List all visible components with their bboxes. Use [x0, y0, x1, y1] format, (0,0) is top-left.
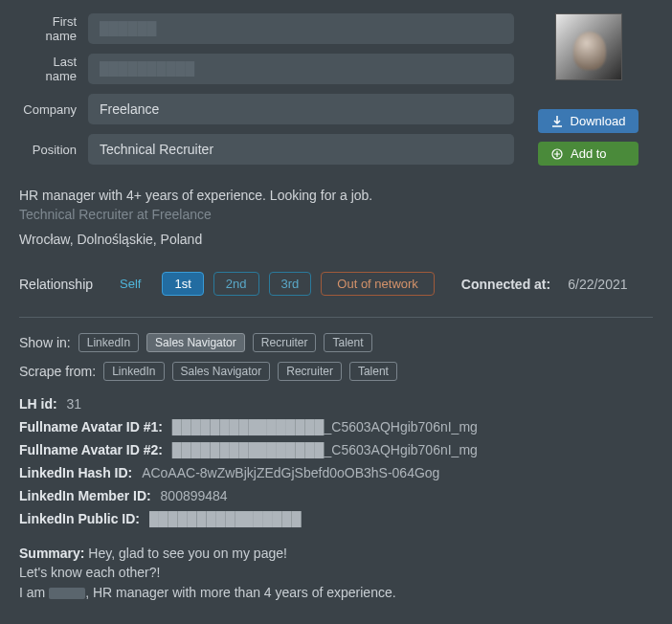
- connected-at-label: Connected at:: [461, 277, 550, 292]
- add-to-button[interactable]: Add to: [538, 142, 638, 166]
- relationship-label: Relationship: [19, 277, 93, 292]
- summary-redacted: [49, 588, 85, 599]
- avatar-id-1-row: Fullname Avatar ID #1: ████████████████_…: [19, 419, 653, 435]
- show-in-sales-navigator[interactable]: Sales Navigator: [146, 333, 245, 352]
- plus-circle-icon: [551, 148, 563, 160]
- avatar-id-1-label: Fullname Avatar ID #1:: [19, 419, 163, 435]
- summary-line-3b: , HR manager with more than 4 years of e…: [85, 585, 396, 600]
- scrape-from-recruiter[interactable]: Recruiter: [278, 362, 342, 381]
- add-to-label: Add to: [571, 146, 607, 161]
- summary-line-2: Let's know each other?!: [19, 565, 160, 580]
- public-id-label: LinkedIn Public ID:: [19, 511, 140, 526]
- show-in-label: Show in:: [19, 335, 71, 350]
- summary-block: Summary: Hey, glad to see you on my page…: [19, 544, 653, 602]
- scrape-from-row: Scrape from: LinkedIn Sales Navigator Re…: [19, 362, 653, 381]
- summary-line-3a: I am: [19, 585, 49, 600]
- summary-line-1: Hey, glad to see you on my page!: [88, 546, 287, 561]
- chip-out-of-network[interactable]: Out of network: [321, 272, 435, 296]
- relationship-row: Relationship Self 1st 2nd 3rd Out of net…: [19, 272, 653, 296]
- position-row: Position: [19, 134, 514, 165]
- last-name-input[interactable]: [88, 54, 514, 84]
- show-in-recruiter[interactable]: Recruiter: [253, 333, 317, 352]
- public-id-row: LinkedIn Public ID: ████████████████: [19, 511, 653, 526]
- show-in-talent[interactable]: Talent: [324, 333, 371, 352]
- download-icon: [551, 116, 563, 127]
- lh-id-label: LH id:: [19, 396, 57, 412]
- avatar-id-2-value: ████████████████_C5603AQHgib706nI_mg: [172, 442, 478, 457]
- profile-form: First name Last name Company Position: [19, 13, 514, 174]
- avatar-id-1-value: ████████████████_C5603AQHgib706nI_mg: [172, 419, 478, 435]
- first-name-input[interactable]: [88, 13, 514, 44]
- scrape-from-talent[interactable]: Talent: [349, 362, 397, 381]
- right-column: Download Add to: [524, 13, 653, 174]
- avatar[interactable]: [555, 13, 622, 80]
- first-name-row: First name: [19, 13, 514, 44]
- location: Wrocław, Dolnośląskie, Poland: [19, 232, 653, 247]
- divider: [19, 317, 653, 318]
- member-id-value: 800899484: [161, 488, 228, 503]
- show-in-linkedin[interactable]: LinkedIn: [78, 333, 139, 352]
- show-in-row: Show in: LinkedIn Sales Navigator Recrui…: [19, 333, 653, 352]
- headline: HR manager with 4+ years of experience. …: [19, 188, 653, 203]
- lh-id-row: LH id: 31: [19, 396, 653, 412]
- chip-2nd[interactable]: 2nd: [213, 272, 259, 296]
- chip-self[interactable]: Self: [108, 273, 152, 295]
- company-row: Company: [19, 94, 514, 124]
- lh-id-value: 31: [67, 396, 82, 412]
- scrape-from-label: Scrape from:: [19, 364, 96, 379]
- hash-id-label: LinkedIn Hash ID:: [19, 465, 132, 480]
- company-label: Company: [19, 102, 88, 117]
- last-name-label: Last name: [19, 55, 88, 83]
- hash-id-value: ACoAAC-8wZwBjkjZEdGjSbefd0oOB3hS-064Gog: [142, 465, 439, 480]
- last-name-row: Last name: [19, 54, 514, 84]
- download-button[interactable]: Download: [538, 109, 639, 133]
- chip-1st[interactable]: 1st: [162, 272, 203, 296]
- connected-at-date: 6/22/2021: [568, 277, 627, 292]
- scrape-from-sales-navigator[interactable]: Sales Navigator: [172, 362, 271, 381]
- summary-label: Summary:: [19, 546, 84, 561]
- member-id-label: LinkedIn Member ID:: [19, 488, 151, 503]
- public-id-value: ████████████████: [149, 511, 302, 526]
- position-label: Position: [19, 143, 88, 157]
- company-input[interactable]: [88, 94, 514, 124]
- hash-id-row: LinkedIn Hash ID: ACoAAC-8wZwBjkjZEdGjSb…: [19, 465, 653, 480]
- member-id-row: LinkedIn Member ID: 800899484: [19, 488, 653, 503]
- position-input[interactable]: [88, 134, 514, 165]
- scrape-from-linkedin[interactable]: LinkedIn: [103, 362, 164, 381]
- sub-headline: Technical Recruiter at Freelance: [19, 207, 653, 222]
- chip-3rd[interactable]: 3rd: [269, 272, 312, 296]
- download-label: Download: [571, 114, 626, 128]
- avatar-id-2-label: Fullname Avatar ID #2:: [19, 442, 163, 457]
- avatar-id-2-row: Fullname Avatar ID #2: ████████████████_…: [19, 442, 653, 457]
- first-name-label: First name: [19, 14, 88, 43]
